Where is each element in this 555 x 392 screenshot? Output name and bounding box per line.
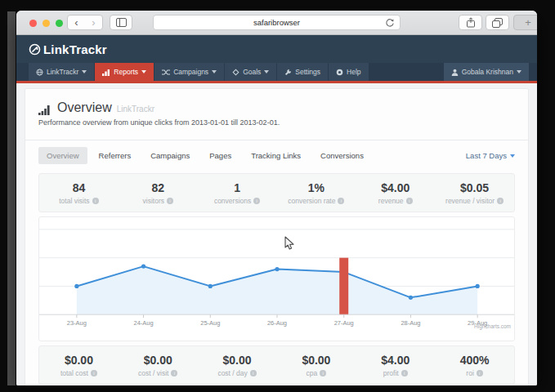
info-icon[interactable] bbox=[250, 370, 257, 376]
stat-value: $4.00 bbox=[356, 354, 435, 367]
info-icon[interactable] bbox=[320, 370, 326, 376]
nav-label: Campaigns bbox=[173, 68, 208, 76]
share-icon bbox=[466, 17, 476, 28]
user-name: Gobala Krishnan bbox=[462, 68, 513, 76]
stat-value: $0.00 bbox=[119, 354, 198, 367]
info-icon[interactable] bbox=[167, 198, 173, 204]
wrench-icon bbox=[284, 69, 292, 76]
nav-item-settings[interactable]: Settings bbox=[277, 63, 328, 81]
desktop-edge bbox=[7, 11, 16, 385]
info-icon[interactable] bbox=[406, 198, 413, 204]
stat-label: cost / day bbox=[217, 369, 247, 377]
page-header: Overview LinkTrackr Performance overview… bbox=[25, 89, 528, 140]
history-nav-buttons: ‹ › bbox=[67, 15, 103, 30]
chevron-down-icon bbox=[141, 70, 146, 74]
svg-text:24-Aug: 24-Aug bbox=[134, 319, 154, 327]
tab-campaigns[interactable]: Campaigns bbox=[142, 147, 198, 164]
nav-label: Settings bbox=[295, 68, 320, 76]
browser-window: ‹ › safaribrowser bbox=[16, 11, 537, 385]
plus-icon: + bbox=[525, 16, 531, 29]
stat-cost-visit: $0.00 cost / visit bbox=[119, 354, 198, 377]
stat-value: $0.05 bbox=[435, 181, 514, 194]
linktrackr-logo[interactable]: LinkTrackr bbox=[29, 42, 107, 56]
stats-panel-bottom: $0.00 total cost $0.00 cost / visit $0.0… bbox=[38, 345, 515, 385]
tab-overview[interactable]: Overview bbox=[38, 147, 87, 164]
date-range-selector[interactable]: Last 7 Days bbox=[466, 151, 515, 160]
stat-conversions: 1 conversions bbox=[198, 181, 277, 205]
zoom-window-button[interactable] bbox=[56, 20, 63, 27]
nav-item-campaigns[interactable]: Campaigns bbox=[154, 63, 224, 81]
accent-divider bbox=[16, 81, 537, 83]
stat-value: $0.00 bbox=[276, 354, 356, 367]
show-tabs-button[interactable] bbox=[486, 15, 509, 30]
user-icon bbox=[451, 69, 459, 76]
info-icon[interactable] bbox=[91, 370, 97, 376]
svg-text:27-Aug: 27-Aug bbox=[334, 319, 354, 327]
logo-row: LinkTrackr bbox=[16, 35, 537, 63]
stat-value: 1 bbox=[198, 181, 277, 194]
date-range-label: Last 7 Days bbox=[466, 151, 507, 160]
tabs-overview-icon bbox=[492, 18, 503, 28]
stat-label: visitors bbox=[143, 197, 164, 205]
chevron-down-icon bbox=[517, 70, 521, 74]
chevron-down-icon bbox=[264, 70, 269, 74]
visits-chart[interactable]: 23-Aug24-Aug25-Aug26-Aug27-Aug28-Aug29-A… bbox=[38, 216, 515, 341]
stat-value: 400% bbox=[435, 354, 514, 367]
overview-card: Overview LinkTrackr Performance overview… bbox=[25, 88, 529, 385]
info-icon[interactable] bbox=[171, 370, 177, 376]
page-content: Overview LinkTrackr Performance overview… bbox=[16, 88, 537, 385]
tab-conversions[interactable]: Conversions bbox=[312, 147, 372, 164]
nav-item-help[interactable]: Help bbox=[329, 63, 368, 81]
stat-conversion-rate: 1% conversion rate bbox=[276, 181, 356, 205]
nav-label: Help bbox=[347, 68, 360, 76]
page-title: Overview bbox=[57, 100, 112, 115]
new-tab-button[interactable]: + bbox=[513, 15, 537, 30]
chevron-down-icon bbox=[510, 154, 515, 158]
stat-cpa: $0.00 cpa bbox=[276, 354, 356, 377]
bar-chart-icon bbox=[102, 69, 110, 76]
stat-label: conversion rate bbox=[288, 197, 335, 205]
life-ring-icon bbox=[336, 69, 343, 76]
close-window-button[interactable] bbox=[29, 20, 37, 27]
nav-item-reports[interactable]: Reports bbox=[95, 63, 154, 81]
reload-icon[interactable] bbox=[385, 18, 395, 28]
share-button[interactable] bbox=[459, 15, 482, 30]
site-header: LinkTrackr LinkTrackr Reports bbox=[16, 35, 537, 83]
address-bar-text: safaribrowser bbox=[253, 18, 300, 27]
stat-value: $0.00 bbox=[198, 354, 277, 367]
info-icon[interactable] bbox=[92, 198, 99, 204]
info-icon[interactable] bbox=[338, 198, 344, 204]
address-bar[interactable]: safaribrowser bbox=[153, 15, 401, 30]
stat-value: $0.00 bbox=[39, 354, 119, 367]
forward-button[interactable]: › bbox=[85, 16, 102, 29]
nav-item-linktrackr[interactable]: LinkTrackr bbox=[29, 63, 94, 81]
minimize-window-button[interactable] bbox=[43, 20, 50, 27]
back-button[interactable]: ‹ bbox=[68, 16, 85, 29]
diamond-icon bbox=[232, 69, 239, 76]
visits-chart-svg: 23-Aug24-Aug25-Aug26-Aug27-Aug28-Aug29-A… bbox=[39, 217, 514, 341]
info-icon[interactable] bbox=[253, 198, 260, 204]
main-nav: LinkTrackr Reports Campaigns bbox=[16, 63, 537, 81]
report-tabs: Overview Referrers Campaigns Pages Track… bbox=[25, 140, 528, 170]
sidebar-toggle-button[interactable] bbox=[110, 15, 132, 30]
stat-visitors: 82 visitors bbox=[119, 181, 198, 205]
stat-label: conversions bbox=[214, 197, 251, 205]
stat-value: 82 bbox=[119, 181, 198, 194]
info-icon[interactable] bbox=[477, 370, 483, 376]
stat-value: 1% bbox=[276, 181, 356, 194]
stat-label: revenue bbox=[378, 197, 404, 205]
logo-text: LinkTrackr bbox=[43, 42, 107, 56]
user-menu[interactable]: Gobala Krishnan bbox=[444, 63, 529, 81]
tab-referrers[interactable]: Referrers bbox=[91, 147, 140, 164]
svg-text:23-Aug: 23-Aug bbox=[67, 319, 87, 327]
tab-tracking-links[interactable]: Tracking Links bbox=[243, 147, 309, 164]
info-icon[interactable] bbox=[401, 370, 408, 376]
stats-panel-top: 84 total visits 82 visitors 1 conversion… bbox=[38, 173, 515, 212]
stat-value: 84 bbox=[39, 181, 119, 194]
info-icon[interactable] bbox=[497, 198, 504, 204]
tab-pages[interactable]: Pages bbox=[201, 147, 239, 164]
nav-item-goals[interactable]: Goals bbox=[225, 63, 276, 81]
page-title-suffix: LinkTrackr bbox=[117, 105, 154, 114]
globe-icon bbox=[36, 69, 43, 76]
stat-label: revenue / visitor bbox=[445, 197, 495, 205]
